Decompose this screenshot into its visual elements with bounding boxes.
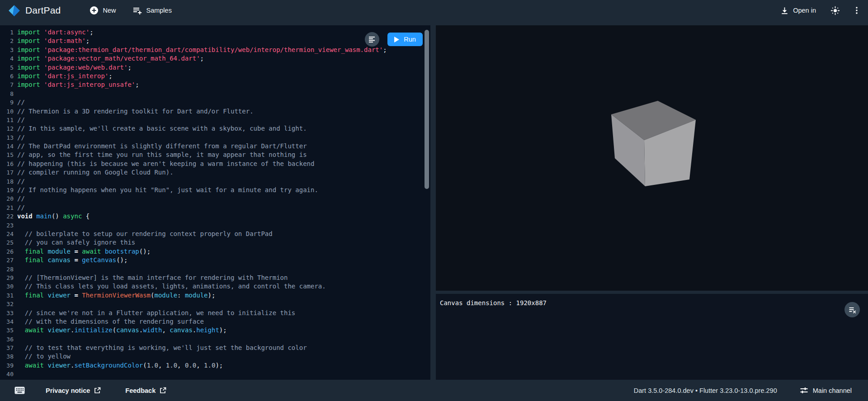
line-number: 37 [0, 344, 14, 352]
code-text: // [17, 203, 25, 212]
keyboard-icon [14, 387, 25, 394]
keyboard-shortcuts-button[interactable] [12, 384, 28, 397]
cube-3d [436, 25, 868, 202]
line-number: 2 [0, 37, 14, 45]
line-number: 18 [0, 177, 14, 186]
code-line: 30 // This class lets you load assets, l… [0, 282, 430, 291]
app-title: DartPad [25, 5, 61, 16]
playlist-add-icon [133, 6, 142, 15]
line-number: 3 [0, 46, 14, 54]
output-panel: Canvas dimensions : 868x401 [436, 25, 868, 380]
line-number: 4 [0, 54, 14, 63]
code-text: // compiler running on Google Cloud Run)… [17, 168, 174, 177]
run-button[interactable]: Run [387, 33, 423, 46]
code-line: 28 [0, 265, 430, 274]
code-line: 16// happening (this is because we aren'… [0, 160, 430, 168]
code-line: 40 [0, 370, 430, 378]
code-line: 4import 'package:vector_math/vector_math… [0, 54, 430, 63]
line-number: 1 [0, 28, 14, 37]
run-button-label: Run [404, 36, 416, 43]
line-number: 21 [0, 203, 14, 212]
code-text: final viewer = ThermionViewerWasm(module… [17, 291, 215, 300]
render-canvas[interactable] [436, 25, 868, 202]
code-line: 36 [0, 335, 430, 344]
clear-console-icon [849, 306, 856, 314]
code-text: // with the dimensions of the rendering … [17, 317, 204, 326]
line-number: 35 [0, 326, 14, 335]
overflow-menu-button[interactable] [850, 3, 863, 18]
code-line: 35 await viewer.initialize(canvas.width,… [0, 326, 430, 335]
console-panel: Canvas dimensions : 868x401 [436, 294, 868, 380]
line-number: 38 [0, 352, 14, 361]
privacy-notice-link[interactable]: Privacy notice [43, 387, 104, 395]
line-number: 13 [0, 133, 14, 142]
code-line: 13// [0, 133, 430, 142]
line-number: 29 [0, 274, 14, 282]
code-line: 17// compiler running on Google Cloud Ru… [0, 168, 430, 177]
feedback-label: Feedback [125, 387, 156, 394]
channel-label: Main channel [813, 387, 852, 394]
brightness-sun-icon [830, 6, 840, 15]
console-divider[interactable] [436, 291, 868, 294]
code-text: import 'dart:js_interop_unsafe'; [17, 80, 139, 89]
line-number: 5 [0, 63, 14, 72]
line-number: 7 [0, 80, 14, 89]
line-number: 9 [0, 98, 14, 107]
code-text: await viewer.initialize(canvas.width, ca… [17, 326, 227, 335]
line-number: 17 [0, 168, 14, 177]
line-number: 27 [0, 256, 14, 264]
line-number: 24 [0, 230, 14, 238]
clear-console-button[interactable] [844, 302, 860, 317]
code-text: // since we're not in a Flutter applicat… [17, 309, 295, 317]
code-text: // [17, 133, 25, 142]
code-text: // In this sample, we'll create a basic … [17, 124, 307, 133]
line-number: 31 [0, 291, 14, 300]
code-line: 39 await viewer.setBackgroundColor(1.0, … [0, 361, 430, 370]
format-align-icon [368, 36, 376, 43]
format-button[interactable] [365, 32, 379, 47]
editor-scrollbar-thumb[interactable] [425, 30, 429, 189]
privacy-notice-label: Privacy notice [46, 387, 90, 394]
samples-button[interactable]: Samples [131, 3, 173, 18]
code-text: // to test that everything is working, w… [17, 344, 307, 352]
line-number: 19 [0, 186, 14, 194]
code-line: 19// If nothing happens when you hit "Ru… [0, 186, 430, 194]
plus-circle-icon [90, 6, 99, 15]
panel-divider[interactable] [430, 25, 436, 380]
feedback-link[interactable]: Feedback [123, 387, 169, 395]
line-number: 36 [0, 335, 14, 344]
channel-selector-button[interactable]: Main channel [797, 386, 854, 395]
tune-icon [800, 386, 808, 395]
code-text: import 'package:thermion_dart/thermion_d… [17, 46, 387, 54]
line-number: 28 [0, 265, 14, 274]
code-line: 14// The DartPad environment is slightly… [0, 142, 430, 151]
code-line: 24 // boilerplate to setup our rendering… [0, 230, 430, 238]
open-in-label: Open in [793, 7, 816, 14]
code-text: // [17, 194, 25, 203]
code-editor[interactable]: 1import 'dart:async';2import 'dart:math'… [0, 25, 430, 380]
dartpad-logo-icon [8, 5, 20, 17]
kebab-menu-icon [853, 6, 861, 15]
code-line: 25 // you can safely ignore this [0, 238, 430, 247]
code-text: // [17, 177, 25, 186]
line-number: 6 [0, 72, 14, 80]
line-number: 40 [0, 370, 14, 378]
code-line: 29 // [ThermionViewer] is the main inter… [0, 274, 430, 282]
render-canvas-letterbox [436, 202, 868, 291]
line-number: 20 [0, 194, 14, 203]
theme-toggle-button[interactable] [828, 3, 843, 18]
code-line: 21// [0, 203, 430, 212]
code-text: // [ThermionViewer] is the main interfac… [17, 274, 288, 282]
new-button[interactable]: New [88, 3, 118, 18]
code-text: import 'dart:math'; [17, 37, 90, 45]
code-line: 3import 'package:thermion_dart/thermion_… [0, 46, 430, 54]
app-footer: Privacy notice Feedback Dart 3.5.0-284.0… [0, 380, 868, 401]
code-line: 15// app, so the first time you run this… [0, 151, 430, 159]
console-output: Canvas dimensions : 868x401 [440, 299, 547, 307]
line-number: 16 [0, 160, 14, 168]
code-text: import 'dart:async'; [17, 28, 94, 37]
code-line: 20// [0, 194, 430, 203]
code-text: await viewer.setBackgroundColor(1.0, 1.0… [17, 361, 223, 370]
external-link-icon [160, 387, 166, 394]
open-in-button[interactable]: Open in [778, 4, 818, 18]
